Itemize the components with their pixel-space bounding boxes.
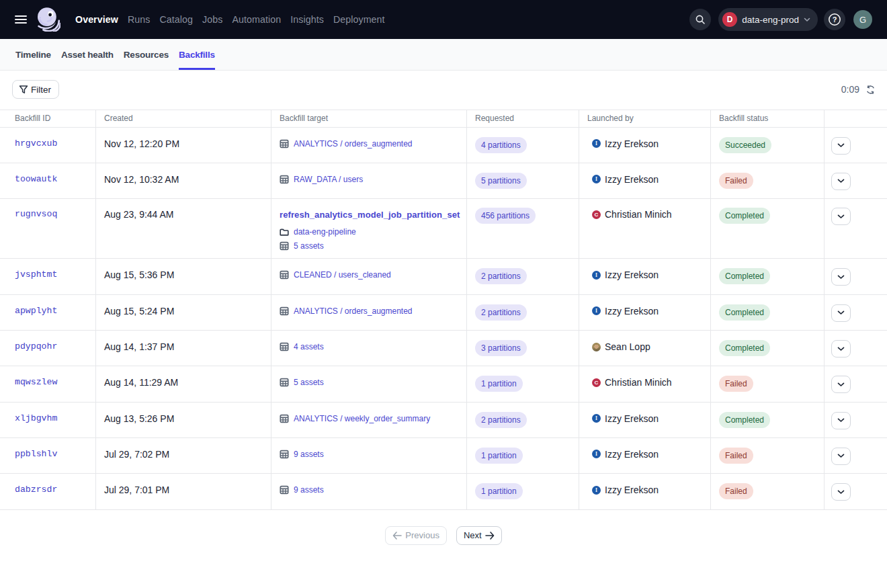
svg-text:?: ?: [833, 15, 837, 24]
